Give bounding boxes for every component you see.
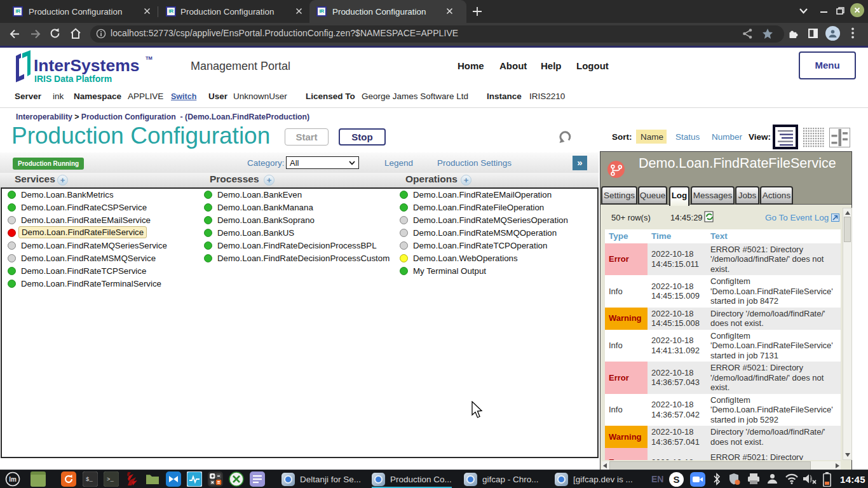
svg-text:$_: $_	[86, 477, 93, 483]
svg-text:InterSystems: InterSystems	[34, 56, 139, 75]
svg-text:IRIS Data Platform: IRIS Data Platform	[34, 74, 112, 84]
svg-text:TM: TM	[146, 55, 153, 61]
svg-text:>_: >_	[107, 477, 114, 483]
svg-text:lm: lm	[9, 476, 17, 483]
